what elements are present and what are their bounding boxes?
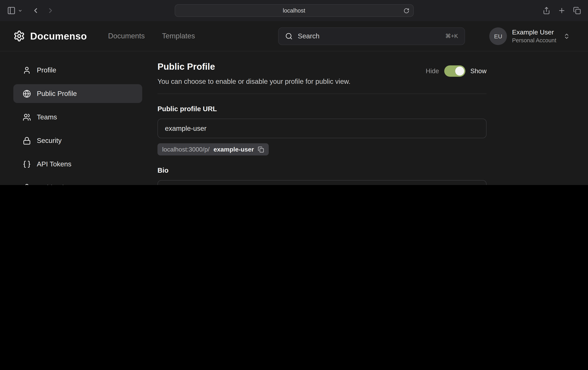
sidebar-item-label: Teams — [37, 113, 57, 121]
app-header: Documenso Documents Templates ⌘+K EU Exa… — [0, 21, 588, 51]
page-heading: Public Profile You can choose to enable … — [158, 62, 350, 86]
share-button[interactable] — [543, 7, 550, 14]
search-icon — [285, 32, 293, 40]
search-input[interactable] — [298, 32, 440, 40]
sidebar-item-profile[interactable]: Profile — [13, 61, 142, 80]
sidebar-item-label: Webhooks — [37, 184, 69, 185]
divider — [158, 93, 486, 94]
profile-url-label: Public profile URL — [158, 105, 486, 113]
visibility-controls: Hide Show — [426, 65, 486, 77]
show-label: Show — [470, 67, 486, 75]
documenso-logo-icon — [13, 30, 25, 42]
sidebar-menu-button[interactable] — [18, 8, 22, 13]
sidebar-item-security[interactable]: Security — [13, 131, 142, 150]
new-tab-button[interactable] — [558, 7, 566, 14]
forward-button[interactable] — [47, 7, 54, 14]
sidebar-toggle-button[interactable] — [7, 6, 16, 15]
page-title: Public Profile — [158, 62, 350, 72]
search-bar[interactable]: ⌘+K — [278, 27, 465, 45]
chevron-right-icon — [47, 7, 54, 14]
account-menu[interactable]: EU Example User Personal Account — [489, 27, 570, 45]
sidebar-item-label: Public Profile — [37, 90, 77, 98]
brand-name: Documenso — [30, 30, 87, 42]
back-button[interactable] — [32, 7, 40, 14]
reload-button[interactable] — [403, 8, 409, 14]
sidebar-item-webhooks[interactable]: Webhooks — [13, 178, 142, 185]
profile-url-slug: example-user — [213, 146, 254, 153]
sidebar-item-label: API Tokens — [37, 160, 71, 168]
chevron-down-icon — [18, 8, 22, 13]
users-icon — [23, 113, 31, 121]
panel-left-icon — [7, 6, 16, 15]
bio-textarea[interactable]: This is an example bio. — [158, 180, 486, 185]
sidebar-item-label: Security — [37, 136, 62, 145]
toggle-knob — [455, 67, 464, 76]
share-icon — [543, 7, 550, 14]
chevrons-up-down-icon — [563, 33, 570, 39]
address-bar[interactable]: localhost — [175, 4, 413, 17]
browser-toolbar: localhost — [0, 0, 588, 21]
search-shortcut: ⌘+K — [445, 33, 458, 39]
account-type: Personal Account — [512, 37, 556, 44]
chevron-left-icon — [32, 7, 40, 14]
browser-window: localhost Documenso Documents — [0, 0, 588, 185]
hide-label: Hide — [426, 67, 439, 75]
tabs-icon — [573, 7, 581, 14]
app-body: Profile Public Profile Teams Security AP… — [0, 51, 588, 185]
profile-url-input[interactable] — [158, 119, 486, 138]
nav-documents[interactable]: Documents — [108, 32, 145, 40]
copy-icon — [258, 146, 264, 153]
sidebar-item-public-profile[interactable]: Public Profile — [13, 84, 142, 103]
copy-profile-url-button[interactable]: localhost:3000/p/example-user — [158, 143, 269, 155]
webhook-icon — [23, 184, 31, 185]
profile-visibility-toggle[interactable] — [444, 65, 465, 77]
public-profile-settings: Public Profile You can choose to enable … — [158, 61, 486, 185]
sidebar-item-api-tokens[interactable]: API Tokens — [13, 155, 142, 174]
tab-overview-button[interactable] — [573, 7, 581, 14]
brand[interactable]: Documenso — [13, 30, 87, 42]
profile-url-prefix: localhost:3000/p/ — [162, 146, 210, 153]
page-subtitle: You can choose to enable or disable your… — [158, 78, 350, 86]
bio-label: Bio — [158, 166, 486, 175]
user-icon — [23, 66, 31, 74]
app-window: Documenso Documents Templates ⌘+K EU Exa… — [0, 21, 588, 185]
braces-icon — [23, 160, 31, 168]
top-nav: Documents Templates — [108, 32, 195, 40]
account-name: Example User — [512, 28, 556, 37]
avatar: EU — [489, 27, 507, 45]
address-bar-url: localhost — [283, 7, 305, 14]
sidebar-item-teams[interactable]: Teams — [13, 108, 142, 126]
lock-icon — [23, 136, 31, 145]
reload-icon — [403, 8, 409, 14]
nav-templates[interactable]: Templates — [162, 32, 195, 40]
globe-icon — [23, 90, 31, 98]
sidebar-item-label: Profile — [37, 66, 56, 74]
settings-sidebar: Profile Public Profile Teams Security AP… — [13, 61, 142, 185]
plus-icon — [558, 7, 566, 14]
account-info: Example User Personal Account — [512, 28, 556, 44]
